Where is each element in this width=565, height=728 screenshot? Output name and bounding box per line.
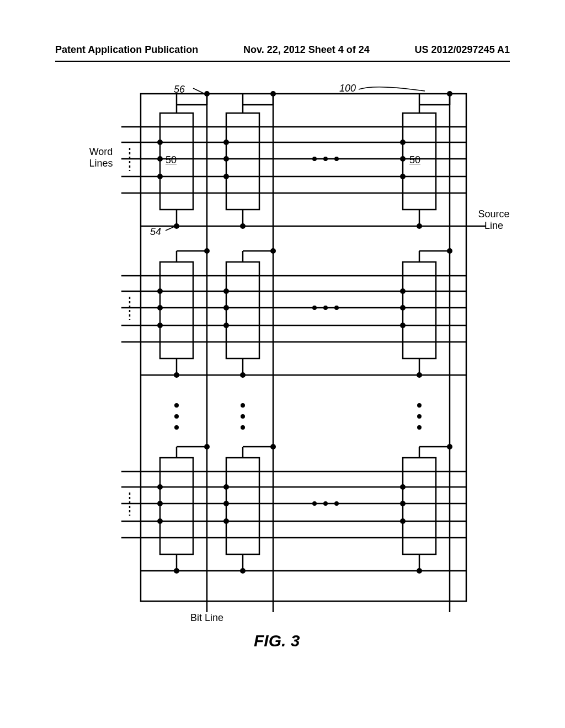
ref-100: 100: [339, 83, 356, 94]
svg-point-26: [400, 140, 406, 145]
svg-point-82: [241, 414, 245, 419]
svg-point-86: [417, 425, 422, 430]
svg-point-112: [223, 484, 229, 490]
svg-point-64: [157, 305, 163, 311]
svg-point-109: [157, 484, 163, 490]
ref-50-left: 50: [166, 154, 177, 166]
bit-line-label: Bit Line: [190, 612, 223, 624]
svg-point-107: [240, 568, 246, 574]
svg-point-20: [157, 140, 163, 145]
ref-56: 56: [174, 84, 185, 95]
source-line-label: Source Line: [475, 208, 513, 232]
svg-point-116: [400, 501, 406, 506]
svg-point-121: [312, 501, 317, 506]
svg-point-80: [174, 425, 179, 430]
ref-54: 54: [150, 226, 161, 238]
svg-point-67: [223, 305, 229, 311]
word-lines-label: Word Lines: [87, 146, 115, 169]
svg-point-77: [334, 306, 339, 310]
svg-point-27: [400, 156, 406, 162]
svg-point-63: [157, 288, 163, 294]
header-left: Patent Application Publication: [55, 44, 198, 56]
svg-point-22: [157, 174, 163, 179]
svg-point-69: [400, 288, 406, 294]
svg-point-123: [334, 501, 339, 506]
svg-point-106: [174, 568, 179, 574]
header-rule: [55, 61, 510, 62]
svg-point-108: [417, 568, 422, 574]
svg-point-28: [400, 174, 406, 179]
svg-point-122: [323, 501, 328, 506]
svg-point-66: [223, 288, 229, 294]
header-right: US 2012/0297245 A1: [415, 44, 510, 56]
svg-point-113: [223, 501, 229, 506]
svg-point-76: [323, 306, 328, 310]
svg-point-115: [400, 484, 406, 490]
figure-caption: FIG. 3: [254, 631, 300, 650]
svg-point-18: [240, 223, 246, 229]
svg-point-117: [400, 518, 406, 524]
header-center: Nov. 22, 2012 Sheet 4 of 24: [243, 44, 370, 56]
svg-point-40: [334, 157, 339, 161]
svg-point-38: [312, 157, 317, 161]
svg-point-85: [417, 414, 422, 419]
svg-point-62: [417, 372, 422, 378]
svg-point-71: [400, 323, 406, 328]
svg-point-24: [223, 156, 229, 162]
svg-point-60: [174, 372, 179, 378]
figure-3: 56 100 54 50 50 Word Lines Source Line B…: [99, 83, 486, 689]
svg-point-81: [241, 403, 245, 408]
svg-point-84: [417, 403, 422, 408]
svg-point-83: [241, 425, 245, 430]
svg-point-78: [174, 403, 179, 408]
svg-point-75: [312, 306, 317, 310]
svg-point-65: [157, 323, 163, 328]
svg-point-21: [157, 156, 163, 162]
svg-point-19: [417, 223, 422, 229]
svg-point-23: [223, 140, 229, 145]
svg-point-25: [223, 174, 229, 179]
svg-point-111: [157, 518, 163, 524]
svg-point-110: [157, 501, 163, 506]
svg-point-61: [240, 372, 246, 378]
svg-point-68: [223, 323, 229, 328]
svg-point-79: [174, 414, 179, 419]
svg-point-114: [223, 518, 229, 524]
svg-point-70: [400, 305, 406, 311]
page-header: Patent Application Publication Nov. 22, …: [0, 44, 565, 56]
circuit-diagram: [99, 83, 486, 634]
svg-point-39: [323, 157, 328, 161]
ref-50-right: 50: [409, 154, 420, 166]
